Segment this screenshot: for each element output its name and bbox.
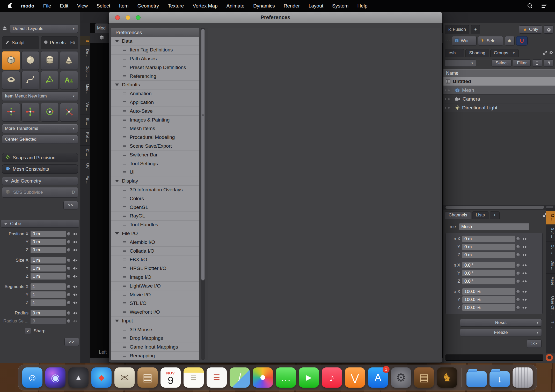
channel-field-z[interactable]: 100.0 %: [462, 304, 515, 311]
cube-field-y[interactable]: 1 m: [30, 265, 66, 272]
dock-modo[interactable]: ♞: [437, 367, 457, 388]
properties-expand-button[interactable]: >>: [527, 340, 542, 348]
name-column-header[interactable]: Name: [443, 69, 555, 77]
channel-state-icon[interactable]: [516, 279, 520, 283]
sharp-checkbox[interactable]: [25, 328, 31, 334]
dock-photos[interactable]: [253, 367, 273, 388]
scrollbar-thumb[interactable]: [446, 206, 544, 209]
pref-category-defaults[interactable]: Defaults: [111, 81, 199, 89]
menu-app-name[interactable]: modo: [21, 3, 34, 9]
pref-item-mesh-items[interactable]: Mesh Items: [111, 124, 199, 133]
select-button[interactable]: Select: [492, 59, 512, 67]
cube-field-z[interactable]: 1: [30, 299, 66, 306]
cube-field-segments-x[interactable]: 1: [30, 283, 66, 290]
value-spinner[interactable]: [71, 312, 79, 314]
menu-geometry[interactable]: Geometry: [137, 3, 159, 9]
pref-item-images-painting[interactable]: Images & Painting: [111, 116, 199, 124]
reset-button[interactable]: Reset▼: [460, 319, 542, 327]
pref-item-hpgl-plotter-i-o[interactable]: HPGL Plotter I/O: [111, 264, 199, 273]
record-indicator-icon[interactable]: [546, 354, 553, 361]
value-spinner[interactable]: [71, 293, 79, 296]
value-spinner[interactable]: [71, 301, 79, 304]
tool-sphere[interactable]: [21, 51, 40, 70]
value-spinner[interactable]: [521, 272, 528, 275]
value-spinner[interactable]: [71, 267, 79, 270]
filter-funnel-button[interactable]: [544, 59, 553, 67]
pref-item-remapping[interactable]: Remapping: [111, 352, 199, 360]
dock-maps[interactable]: /: [230, 367, 250, 388]
add-geometry-header[interactable]: Add Geometry: [2, 177, 78, 185]
workspace-button[interactable]: Wor ...: [452, 36, 477, 46]
cube-field-z[interactable]: 1 m: [30, 273, 66, 280]
pref-item-opengl[interactable]: OpenGL: [111, 203, 199, 212]
tool-tab-uv[interactable]: UV: [80, 160, 90, 172]
menu-edit[interactable]: Edit: [60, 3, 68, 9]
cube-field-radius[interactable]: 0 m: [30, 310, 66, 316]
tool-polygon-pen[interactable]: [41, 71, 59, 90]
value-spinner[interactable]: [71, 233, 79, 235]
horizontal-scrollbar[interactable]: [443, 205, 555, 210]
pref-item-game-input-mappings[interactable]: Game Input Mappings: [111, 343, 199, 352]
sds-subdivide-button[interactable]: SDS Subdivide D: [2, 187, 78, 198]
dock-app-store[interactable]: A1: [368, 367, 388, 388]
pref-item-tool-handles[interactable]: Tool Handles: [111, 221, 199, 229]
channel-state-icon[interactable]: [516, 245, 520, 249]
dock-safari[interactable]: ◆: [91, 367, 112, 388]
tree-scrollbar-thumb[interactable]: [201, 29, 205, 281]
value-spinner[interactable]: [521, 264, 528, 267]
dock-reminders[interactable]: ☰: [207, 367, 227, 388]
dock-folder[interactable]: [466, 371, 487, 387]
settings-gear-button[interactable]: [544, 25, 553, 34]
pref-item-wavefront-i-o[interactable]: Wavefront I/O: [111, 308, 199, 317]
tool-tab-e[interactable]: E ...: [80, 115, 90, 129]
cube-field-y[interactable]: 0 m: [30, 238, 66, 245]
tool-tab-b[interactable]: B: [80, 36, 90, 46]
starred-only-button[interactable]: ★ Only: [519, 25, 542, 34]
item-row-directional-light[interactable]: Directional Light: [443, 103, 555, 112]
channel-state-icon[interactable]: [516, 290, 520, 293]
menu-system[interactable]: System: [332, 3, 348, 9]
cube-field-z[interactable]: 0 m: [30, 246, 66, 253]
tab-add[interactable]: +: [471, 25, 480, 34]
more-transforms-dropdown[interactable]: More Transforms▼: [2, 124, 78, 133]
pref-item-auto-save[interactable]: Auto-Save: [111, 107, 199, 116]
value-spinner[interactable]: [71, 275, 79, 278]
item-row-untitled[interactable]: Untitled: [443, 77, 555, 86]
default-layouts-dropdown[interactable]: Default Layouts▼: [10, 24, 78, 33]
channel-field-z[interactable]: 0 m: [462, 251, 515, 258]
dock-messages[interactable]: …: [276, 367, 296, 388]
properties-tab-m[interactable]: M ...: [546, 211, 555, 225]
selection-sets-button[interactable]: Sele ...: [478, 36, 503, 46]
visibility-dots[interactable]: [443, 107, 450, 109]
command-input[interactable]: [446, 355, 543, 361]
tool-tab-dup[interactable]: Dup ...: [80, 62, 90, 80]
tab-fusion[interactable]: ic Fusion: [445, 25, 469, 34]
properties-tab-t[interactable]: T ...: [546, 318, 555, 331]
cube-view-button[interactable]: [505, 36, 515, 46]
search-icon[interactable]: [527, 3, 533, 9]
pref-item-3d-information-overlays[interactable]: 3D Information Overlays: [111, 186, 199, 194]
tool-cone[interactable]: [60, 51, 78, 70]
properties-tab-sur[interactable]: Sur ...: [546, 225, 555, 242]
properties-tab-cu[interactable]: Cu ...: [546, 242, 555, 257]
channel-state-icon[interactable]: [67, 258, 71, 262]
value-spinner[interactable]: [71, 249, 79, 251]
channel-state-icon[interactable]: [67, 266, 71, 270]
pref-item-item-tag-definitions[interactable]: Item Tag Definitions: [111, 46, 199, 55]
tab-lists[interactable]: Lists: [472, 211, 488, 219]
tool-tab-c[interactable]: C ...: [80, 146, 90, 160]
tool-cylinder[interactable]: [41, 51, 59, 70]
value-spinner[interactable]: [71, 285, 79, 288]
gear-icon[interactable]: [549, 50, 553, 56]
channel-state-icon[interactable]: [67, 274, 71, 278]
channel-state-icon[interactable]: [67, 240, 71, 244]
filter-button[interactable]: Filter: [513, 59, 531, 67]
pref-item-switcher-bar[interactable]: Switcher Bar: [111, 150, 199, 159]
tab-mesh-list[interactable]: esh ...: [445, 49, 464, 57]
item-name-field[interactable]: Mesh: [459, 223, 529, 230]
pref-item-tool-settings[interactable]: Tool Settings: [111, 159, 199, 168]
cube-field-size-x[interactable]: 1 m: [30, 257, 66, 264]
viewport-cube-icon[interactable]: [99, 35, 105, 41]
value-spinner[interactable]: [71, 241, 79, 243]
mesh-constraints-button[interactable]: Mesh Constraints: [2, 164, 78, 174]
